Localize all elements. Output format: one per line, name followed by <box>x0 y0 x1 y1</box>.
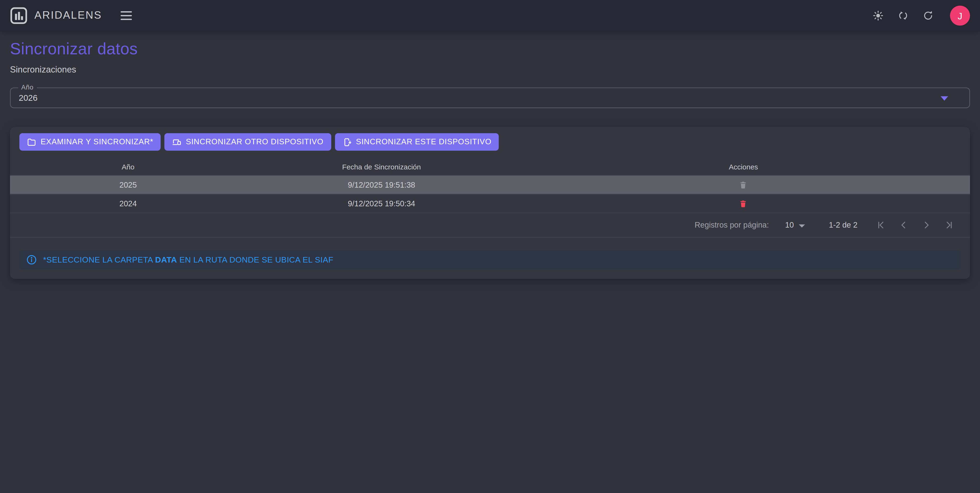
next-page-icon[interactable] <box>915 214 937 236</box>
info-icon <box>26 254 37 265</box>
previous-page-icon[interactable] <box>892 214 915 236</box>
examine-sync-label: EXAMINAR Y SINCRONIZAR* <box>41 138 153 146</box>
cell-year: 2025 <box>10 180 246 189</box>
devices-icon <box>172 137 181 146</box>
year-select[interactable]: Año 2026 <box>10 87 970 108</box>
table-row[interactable]: 2024 9/12/2025 19:50:34 <box>10 194 970 213</box>
table-header-row: Año Fecha de Sincronización Acciones <box>10 158 970 176</box>
theme-toggle-sun-icon[interactable] <box>873 10 884 21</box>
year-select-label: Año <box>18 83 37 91</box>
last-page-icon[interactable] <box>937 214 960 236</box>
delete-button-trash-icon[interactable] <box>739 199 748 208</box>
page-size-select[interactable]: 10 <box>785 221 805 229</box>
sync-card: EXAMINAR Y SINCRONIZAR* SINCRONIZAR OTRO… <box>10 127 970 279</box>
sync-other-device-button[interactable]: SINCRONIZAR OTRO DISPOSITIVO <box>165 133 331 151</box>
year-select-value: 2026 <box>11 93 37 102</box>
menu-icon[interactable] <box>121 11 132 20</box>
column-header-year: Año <box>10 163 246 170</box>
refresh-icon[interactable] <box>923 10 934 21</box>
bar-chart-logo-icon <box>10 7 27 24</box>
chevron-down-icon <box>799 224 805 227</box>
page-subtitle: Sincronizaciones <box>10 64 970 75</box>
navbar: ARIDALENS <box>0 0 980 31</box>
sync-other-device-label: SINCRONIZAR OTRO DISPOSITIVO <box>186 138 323 146</box>
page-size-value: 10 <box>785 221 794 229</box>
examine-sync-button[interactable]: EXAMINAR Y SINCRONIZAR* <box>19 133 161 151</box>
folder-icon <box>27 137 36 146</box>
sync-table: Año Fecha de Sincronización Acciones 202… <box>10 158 970 213</box>
user-avatar[interactable]: J <box>950 6 970 26</box>
cell-year: 2024 <box>10 199 246 208</box>
brand[interactable]: ARIDALENS <box>10 7 102 24</box>
first-page-icon[interactable] <box>870 214 892 236</box>
page-size-label: Registros por página: <box>695 221 769 229</box>
info-banner: *SELECCIONE LA CARPETA DATA EN LA RUTA D… <box>19 250 961 269</box>
column-header-actions: Acciones <box>517 163 970 170</box>
info-message: *SELECCIONE LA CARPETA DATA EN LA RUTA D… <box>43 255 333 264</box>
app-root: ARIDALENS <box>0 0 980 493</box>
sync-this-device-label: SINCRONIZAR ESTE DISPOSITIVO <box>356 138 492 146</box>
column-header-date: Fecha de Sincronización <box>246 163 517 170</box>
sync-icon[interactable] <box>897 10 909 21</box>
table-row[interactable]: 2025 9/12/2025 19:51:38 <box>10 176 970 194</box>
chevron-down-icon <box>940 96 948 100</box>
device-sync-icon <box>342 137 352 146</box>
sync-this-device-button[interactable]: SINCRONIZAR ESTE DISPOSITIVO <box>335 133 499 151</box>
delete-button-trash-icon[interactable] <box>739 180 748 190</box>
cell-date: 9/12/2025 19:51:38 <box>246 180 517 189</box>
brand-name: ARIDALENS <box>35 10 102 22</box>
page-range: 1-2 de 2 <box>829 221 858 229</box>
page-title: Sincronizar datos <box>10 40 970 59</box>
cell-date: 9/12/2025 19:50:34 <box>246 199 517 208</box>
paginator: Registros por página: 10 1-2 de 2 <box>10 213 970 238</box>
main-content: Sincronizar datos Sincronizaciones Año 2… <box>0 40 980 279</box>
